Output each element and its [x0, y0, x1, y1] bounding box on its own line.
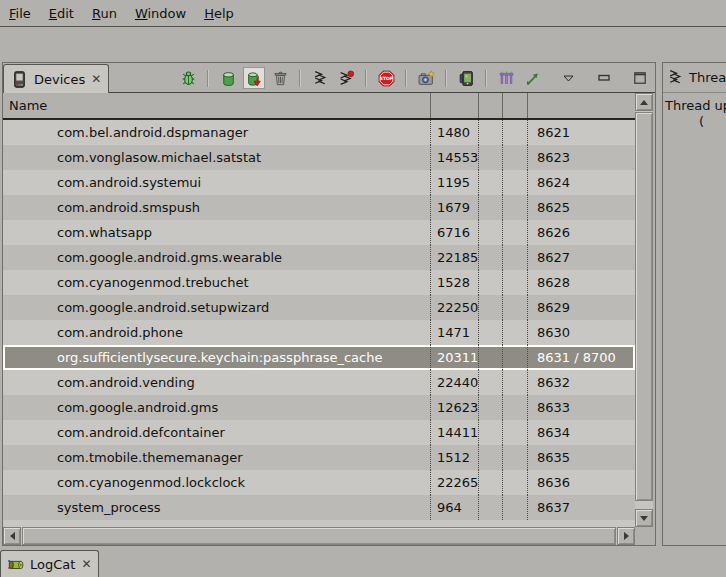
scroll-down-button[interactable] — [635, 509, 653, 527]
screen-capture-icon[interactable] — [416, 68, 436, 88]
column-divider[interactable] — [527, 93, 528, 118]
tab-devices-close-icon[interactable]: ✕ — [91, 72, 101, 86]
horizontal-scrollbar-thumb[interactable] — [22, 527, 616, 545]
client-port: 8621 — [527, 120, 635, 145]
client-port: 8637 — [527, 495, 635, 520]
scroll-right-button[interactable] — [617, 527, 635, 545]
table-header: Name — [3, 93, 635, 120]
vertical-scrollbar[interactable] — [635, 93, 653, 527]
client-port: 8632 — [527, 370, 635, 395]
table-row[interactable]: com.android.systemui 1195 8624 — [3, 170, 635, 195]
client-name: com.android.systemui — [3, 170, 430, 195]
vertical-scrollbar-thumb[interactable] — [635, 112, 653, 501]
client-port: 8628 — [527, 270, 635, 295]
client-name: com.bel.android.dspmanager — [3, 120, 430, 145]
table-row[interactable]: com.google.android.gms.wearable 22185 86… — [3, 245, 635, 270]
empty-cell — [502, 395, 527, 420]
empty-cell — [502, 370, 527, 395]
empty-cell — [502, 445, 527, 470]
sysinfo-arrow-icon[interactable] — [522, 68, 542, 88]
client-pid: 964 — [430, 495, 478, 520]
client-pid: 14553 — [430, 145, 478, 170]
bottom-bar: LogCat ✕ — [0, 547, 726, 577]
menu-window[interactable]: Window — [126, 6, 195, 21]
tab-logcat[interactable]: LogCat ✕ — [0, 550, 99, 577]
empty-cell — [478, 395, 502, 420]
column-divider[interactable] — [478, 93, 479, 118]
table-row[interactable]: system_process 964 8637 — [3, 495, 635, 520]
empty-cell — [478, 420, 502, 445]
start-method-profiling-icon[interactable] — [336, 68, 356, 88]
scroll-up-button[interactable] — [635, 93, 653, 111]
cause-gc-icon[interactable] — [270, 68, 290, 88]
client-port: 8631 / 8700 — [527, 345, 635, 370]
empty-cell — [478, 145, 502, 170]
table-row[interactable]: com.vonglasow.michael.satstat 14553 8623 — [3, 145, 635, 170]
table-row[interactable]: com.bel.android.dspmanager 1480 8621 — [3, 120, 635, 145]
toolbar-separator — [207, 70, 209, 87]
toolbar-separator — [445, 70, 447, 87]
column-divider[interactable] — [430, 93, 431, 118]
hierarchy-columns-icon[interactable] — [496, 68, 516, 88]
table-row[interactable]: org.sufficientlysecure.keychain:passphra… — [3, 345, 635, 370]
client-port: 8624 — [527, 170, 635, 195]
devices-view: Devices ✕ — [2, 62, 656, 546]
client-port: 8625 — [527, 195, 635, 220]
menu-run[interactable]: Run — [83, 6, 126, 21]
menu-edit[interactable]: Edit — [40, 6, 83, 21]
update-heap-icon[interactable] — [218, 68, 238, 88]
empty-cell — [502, 320, 527, 345]
tab-devices[interactable]: Devices ✕ — [3, 64, 109, 93]
client-pid: 1471 — [430, 320, 478, 345]
device-phone-icon — [11, 71, 28, 88]
table-row[interactable]: com.android.phone 1471 8630 — [3, 320, 635, 345]
menu-help[interactable]: Help — [195, 6, 243, 21]
horizontal-scrollbar[interactable] — [3, 527, 635, 545]
tab-threads-label[interactable]: Threads — [689, 70, 726, 85]
column-divider[interactable] — [502, 93, 503, 118]
client-pid: 12623 — [430, 395, 478, 420]
table-row[interactable]: com.android.vending 22440 8632 — [3, 370, 635, 395]
threads-view: Threads Thread up ( — [662, 62, 726, 546]
table-row[interactable]: com.google.android.setupwizard 22250 862… — [3, 295, 635, 320]
debug-attach-icon[interactable] — [178, 68, 198, 88]
column-header-name[interactable]: Name — [9, 93, 47, 118]
tab-logcat-close-icon[interactable]: ✕ — [81, 557, 91, 571]
empty-cell — [502, 145, 527, 170]
update-threads-icon[interactable] — [310, 68, 330, 88]
dump-hprof-icon[interactable] — [244, 68, 264, 88]
table-row[interactable]: com.android.defcontainer 14411 8634 — [3, 420, 635, 445]
screen-record-icon[interactable] — [456, 68, 476, 88]
table-row[interactable]: com.whatsapp 6716 8626 — [3, 220, 635, 245]
client-port: 8623 — [527, 145, 635, 170]
client-port: 8635 — [527, 445, 635, 470]
tab-logcat-label: LogCat — [30, 557, 75, 572]
client-port: 8627 — [527, 245, 635, 270]
table-row[interactable]: com.tmobile.thememanager 1512 8635 — [3, 445, 635, 470]
table-row[interactable]: com.android.smspush 1679 8625 — [3, 195, 635, 220]
empty-cell — [502, 295, 527, 320]
client-pid: 1195 — [430, 170, 478, 195]
empty-cell — [502, 170, 527, 195]
empty-cell — [502, 120, 527, 145]
menu-file[interactable]: File — [0, 6, 40, 21]
table-row[interactable]: com.cyanogenmod.trebuchet 1528 8628 — [3, 270, 635, 295]
client-name: system_process — [3, 495, 430, 520]
empty-cell — [478, 120, 502, 145]
devices-tab-row: Devices ✕ — [3, 63, 655, 93]
maximize-icon[interactable] — [630, 68, 650, 88]
menu-bar: File Edit Run Window Help — [0, 0, 726, 27]
logcat-icon — [7, 556, 24, 573]
client-port: 8630 — [527, 320, 635, 345]
view-menu-icon[interactable] — [558, 68, 578, 88]
scroll-left-button[interactable] — [3, 527, 21, 545]
client-pid: 1512 — [430, 445, 478, 470]
empty-cell — [502, 470, 527, 495]
stop-process-icon[interactable]: STOP — [376, 68, 396, 88]
table-row[interactable]: com.cyanogenmod.lockclock 22265 8636 — [3, 470, 635, 495]
toolbar-separator — [365, 70, 367, 87]
minimize-icon[interactable] — [594, 68, 614, 88]
client-pid: 1480 — [430, 120, 478, 145]
table-row[interactable]: com.google.android.gms 12623 8633 — [3, 395, 635, 420]
empty-cell — [502, 245, 527, 270]
